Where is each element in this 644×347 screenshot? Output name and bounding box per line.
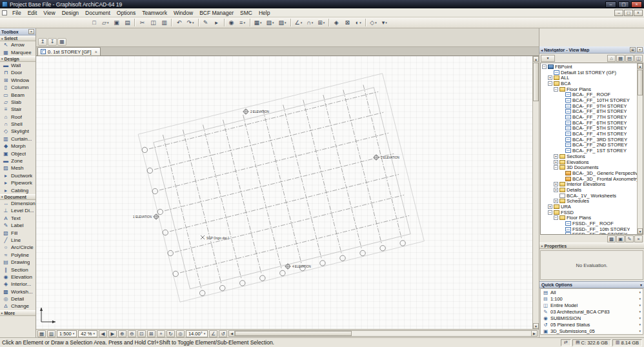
expand-toggle-icon[interactable]: + [554, 199, 558, 203]
tree-item-fssd[interactable]: −FSSD [541, 210, 637, 215]
story-up-button[interactable]: ↥ [38, 38, 47, 46]
element-snap-button[interactable]: ⊞▾ [316, 18, 327, 27]
menu-design[interactable]: Design [59, 9, 82, 17]
tool-arc-circle[interactable]: ○Arc/Circle [0, 244, 35, 251]
expand-toggle-icon[interactable]: + [554, 160, 558, 164]
tool-dimension[interactable]: ↔Dimension [0, 200, 35, 207]
mdi-restore-button[interactable]: ▢ [624, 10, 633, 16]
tree-item-bca-ff-9th-storey[interactable]: BCA-_FF_ 9TH STOREY [541, 103, 637, 109]
tool-beam[interactable]: ▭Beam [0, 91, 35, 98]
save-button[interactable]: ▣ [111, 18, 121, 27]
tool-stair[interactable]: ≡Stair [0, 106, 35, 113]
tool-detail[interactable]: ◎Detail [0, 295, 35, 302]
quick-layers-button[interactable]: ▦ [57, 38, 66, 46]
tree-item-bca[interactable]: −BCA [541, 81, 637, 86]
tree-item-all[interactable]: +ALL [541, 75, 637, 81]
tree-item-default-1st-storey-gf[interactable]: Default 1st STOREY (GF) [541, 70, 637, 75]
layer-combination-option[interactable]: ▤All▾ [541, 289, 643, 295]
3d-view-button[interactable]: ◇▾ [368, 18, 378, 27]
expand-toggle-icon[interactable]: + [548, 204, 552, 209]
trace-reference-button[interactable]: ◐▾ [353, 18, 363, 27]
project-chooser-button[interactable]: ▼ [541, 55, 555, 62]
paste-button[interactable]: ▥ [159, 18, 169, 27]
expand-toggle-icon[interactable]: − [554, 165, 558, 170]
previous-view-button[interactable]: ▥ [47, 330, 55, 337]
menu-help[interactable]: Help [256, 9, 273, 17]
scale-selector[interactable]: 1:500 ▾ [57, 330, 77, 337]
tool-drawing[interactable]: ▤Drawing [0, 259, 35, 266]
tool-curtain[interactable]: ▥Curtain... [0, 135, 35, 143]
tool-mesh[interactable]: ▨Mesh [0, 164, 35, 172]
collapse-icon[interactable]: ◂ [541, 48, 543, 52]
scroll-down-icon[interactable]: ▼ [533, 323, 539, 329]
expand-toggle-icon[interactable]: + [548, 75, 552, 80]
tree-item-bca-3d-generic-perspective[interactable]: BCA-_3D_ Generic Perspective [541, 170, 637, 176]
scroll-left-icon[interactable]: ◀ [229, 331, 235, 336]
menu-edit[interactable]: Edit [25, 9, 41, 17]
tool-skylight[interactable]: ◇Skylight [0, 128, 35, 135]
menu-window[interactable]: Window [170, 9, 196, 17]
scroll-right-icon[interactable]: ▶ [531, 331, 537, 336]
gravity-button[interactable]: ∩▾ [305, 18, 315, 27]
tool-ductwork[interactable]: ▸Ductwork [0, 172, 35, 179]
tool-pipework[interactable]: ▸Pipework [0, 179, 35, 186]
close-icon[interactable]: × [637, 47, 643, 52]
tool-slab[interactable]: ▱Slab [0, 99, 35, 106]
cut-button[interactable]: ✂ [137, 18, 147, 27]
scroll-down-icon[interactable]: ▼ [638, 228, 643, 234]
tree-item-fbpoint[interactable]: −FBPoint [541, 64, 637, 70]
menu-view[interactable]: View [40, 9, 58, 17]
zoom-selector[interactable]: 42 % ▾ [78, 330, 97, 337]
explore-button[interactable]: ◎ [176, 330, 185, 337]
tree-item-3d-documents[interactable]: −3D Documents [541, 164, 637, 170]
tool-label[interactable]: ✎Label [0, 222, 35, 229]
new-project-button[interactable]: □ [89, 18, 99, 27]
drawing-canvas[interactable]: 2 ELEVATION3 ELEVATION1 ELEVATION4 ELEVA… [36, 56, 532, 329]
guide-lines-button[interactable]: ∠▾ [293, 18, 305, 27]
tree-item-interior-elevations[interactable]: +Interior Elevations [541, 181, 637, 187]
tool-fill[interactable]: ▧Fill [0, 229, 35, 236]
menu-bcf-manager[interactable]: BCF Manager [196, 9, 237, 17]
mdi-minimize-button[interactable]: – [614, 10, 623, 16]
print-button[interactable]: ▤ [122, 18, 132, 27]
tab-close-icon[interactable]: × [95, 50, 97, 54]
group-toggle-button[interactable]: ◈ [331, 18, 341, 27]
expand-toggle-icon[interactable]: − [554, 87, 558, 92]
expand-toggle-icon[interactable]: − [548, 210, 552, 215]
horizontal-scrollbar[interactable]: ◀ ▶ [228, 330, 538, 337]
scroll-up-icon[interactable]: ▲ [533, 56, 539, 62]
view-settings-button[interactable]: ▩ [607, 235, 616, 243]
tool-door[interactable]: ⊓Door [0, 69, 35, 76]
structure-display-option[interactable]: ◫Entire Model▾ [541, 302, 643, 308]
menu-options[interactable]: Options [114, 9, 139, 17]
expand-toggle-icon[interactable]: + [554, 182, 558, 186]
tree-item-bca-ff-8th-storey[interactable]: BCA-_FF_ 8TH STOREY [541, 109, 637, 115]
tree-item-bca-ff-7th-storey[interactable]: BCA-_FF_ 7TH STOREY [541, 114, 637, 120]
element-settings-button[interactable]: ≡▾ [237, 18, 248, 27]
pin-icon[interactable]: ⊞ [630, 47, 636, 52]
tree-item-bca-ff-10th-storey[interactable]: BCA-_FF_ 10TH STOREY [541, 97, 637, 103]
tree-item-schedules[interactable]: +Schedules [541, 199, 637, 204]
tool-worksh[interactable]: ▩Worksh... [0, 288, 35, 295]
expand-toggle-icon[interactable]: − [542, 64, 547, 69]
tree-item-fssd-ff-roof[interactable]: FSSD-_FF_ ROOF [541, 221, 637, 226]
tree-item-floor-plans[interactable]: −Floor Plans [541, 215, 637, 221]
tree-item-bca-ff-3rd-storey[interactable]: BCA-_FF_ 3RD STOREY [541, 137, 637, 143]
toolbox-section-select[interactable]: ▾Select [0, 35, 35, 41]
pen-set-option[interactable]: ✎03 Architectural_BCA CP83▾ [541, 308, 643, 315]
zoom-out-button[interactable]: ⊖ [128, 330, 136, 337]
expand-toggle-icon[interactable]: − [548, 81, 552, 86]
scroll-up-icon[interactable]: ▲ [638, 63, 643, 69]
toolbox-section-more[interactable]: ▸More [0, 310, 35, 316]
partial-structure-display-button[interactable]: ▨▾ [277, 18, 288, 27]
lock-elements-button[interactable]: ⊠ [342, 18, 352, 27]
tool-level-di[interactable]: ⊥Level Di... [0, 207, 35, 214]
tool-zone[interactable]: ▬Zone [0, 157, 35, 164]
tree-item-bca-3d-frontal-axonometry[interactable]: BCA-_3D_ Frontal Axonometry [541, 176, 637, 182]
orientation-selector[interactable]: 14.00° ▾ [186, 330, 208, 337]
tool-interior[interactable]: ◈Interior... [0, 281, 35, 288]
properties-header[interactable]: ▸ Properties [539, 243, 644, 249]
scrollbar-thumb[interactable] [235, 331, 352, 336]
tool-elevation[interactable]: ◉Elevation [0, 273, 35, 281]
toolbox-section-document[interactable]: ▾Document [0, 194, 35, 200]
